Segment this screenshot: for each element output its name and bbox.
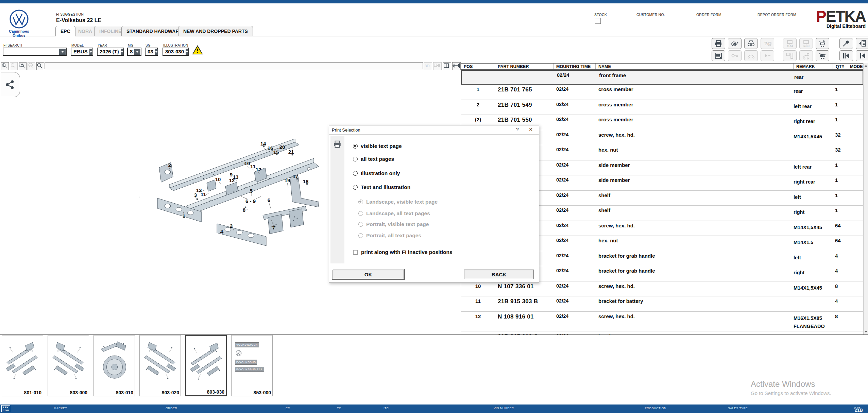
fi-search-input[interactable]: [3, 48, 67, 56]
svg-text:?@: ?@: [764, 41, 771, 46]
thumbnail-sketch: [186, 336, 226, 388]
col-header-remark[interactable]: REMARK: [794, 64, 833, 69]
table-row[interactable]: 12N 108 916 0102/24screw, hex. hd.M16X1.…: [461, 312, 863, 331]
fi-search-dropdown-icon[interactable]: [59, 49, 66, 55]
share-icon: [5, 80, 15, 90]
illustration-zoom-slider[interactable]: [45, 62, 423, 69]
doc-prev-button[interactable]: [856, 38, 868, 49]
exploded-parts-illustration[interactable]: 141620 15212 101112 91310 121311 356 - 9…: [139, 128, 329, 249]
radio-icon[interactable]: [353, 185, 358, 190]
thumbnail-853-000[interactable]: VOLKSWAGENE-VOLKSBUSE-VOLKSBUS 22 L853-0…: [231, 335, 273, 396]
fi-inactive-checkbox-row[interactable]: print along with FI inactive positions: [353, 249, 453, 255]
svg-text:100%: 100%: [29, 64, 33, 66]
thumbnail-803-000[interactable]: 803-000: [48, 335, 89, 396]
printer-icon: [333, 140, 342, 150]
col-header-part-number[interactable]: PART NUMBER: [495, 64, 554, 69]
depot-button: DEPOT: [799, 38, 813, 49]
cell-qty: 1: [833, 160, 847, 175]
zoom-find-button[interactable]: [36, 62, 44, 70]
sg-select[interactable]: 03: [145, 48, 158, 56]
tab-new-and-dropped-parts[interactable]: NEW AND DROPPED PARTS: [178, 26, 253, 36]
col-header-pos[interactable]: POS: [461, 64, 495, 69]
tab-standard-hardware[interactable]: STANDARD HARDWARE: [121, 26, 187, 36]
play-dash-icon: [763, 52, 771, 60]
col-header-qty[interactable]: QTY: [833, 64, 847, 69]
binoculars-button[interactable]: [744, 38, 758, 49]
col-header-name[interactable]: NAME: [596, 64, 794, 69]
pin-button[interactable]: [839, 38, 853, 49]
tab-nora[interactable]: NORA: [73, 26, 97, 36]
zoom-100-button: 100%: [28, 62, 35, 70]
cart-button[interactable]: [816, 50, 829, 61]
table-row[interactable]: 121B 701 76502/24cross memberrear1: [461, 85, 863, 100]
cell-mounting-time: 02/24: [554, 266, 596, 281]
cell-name: bracket for grab handle: [596, 266, 794, 281]
cell-qty: 1: [833, 191, 847, 206]
mg-select[interactable]: 8: [127, 48, 141, 56]
col-header-mounting-time[interactable]: MOUNTING TIME: [554, 64, 596, 69]
radio-icon[interactable]: [353, 157, 358, 161]
dialog-help-button[interactable]: ?: [514, 127, 521, 134]
year-dropdown-icon[interactable]: [121, 49, 123, 55]
table-row[interactable]: 221B 701 54902/24cross memberleft rear1: [461, 100, 863, 115]
svg-text:10: 10: [215, 176, 221, 182]
status-itc: ITC: [384, 407, 389, 410]
print-option-all-text-pages[interactable]: all text pages: [353, 156, 394, 162]
dialog-titlebar[interactable]: Print Selection ? ✕: [329, 125, 539, 135]
thumbnail-803-030[interactable]: 803-030: [185, 335, 227, 396]
split-resize-button[interactable]: [452, 62, 461, 70]
model-dropdown-icon[interactable]: [89, 49, 92, 55]
book-button[interactable]: [443, 62, 451, 70]
thumbnail-801-010[interactable]: 801-010: [2, 335, 43, 396]
thumbnail-803-010[interactable]: 803-010: [93, 335, 135, 396]
table-scrollbar[interactable]: [863, 63, 868, 335]
zoom-area-button[interactable]: [19, 62, 27, 70]
status-bar: LEXCON MARKETORDERECTCITCVIN NUMBERPRODU…: [0, 405, 868, 413]
mg-dropdown-icon[interactable]: [134, 49, 140, 55]
radio-icon[interactable]: [353, 171, 358, 176]
thumbnail-803-020[interactable]: 803-020: [139, 335, 181, 396]
scroll-down-icon[interactable]: [864, 329, 868, 334]
illustration-select[interactable]: 803-030: [163, 48, 189, 56]
catalog-code: 21B: [849, 408, 868, 413]
radio-icon[interactable]: [353, 144, 358, 149]
zoom-out-button: [10, 62, 18, 70]
year-select[interactable]: 2026 (T): [97, 48, 124, 56]
col-header-model[interactable]: MODEL: [847, 64, 863, 69]
ok-button[interactable]: OK: [333, 270, 404, 279]
print-option-illustration-only[interactable]: Illustration only: [353, 170, 400, 176]
print-icon: [714, 39, 722, 48]
thumbnail-code: 803-030: [207, 389, 224, 395]
share-button[interactable]: [1, 72, 20, 97]
parts-list-button[interactable]: [712, 50, 725, 61]
tire-search-button[interactable]: [728, 38, 742, 49]
fi-inactive-checkbox[interactable]: [353, 250, 358, 255]
cart-transfer-button[interactable]: [816, 38, 829, 49]
cell-remark: left rear: [794, 100, 833, 115]
print-option-visible-text-page[interactable]: visible text page: [353, 143, 402, 149]
nav-prev-button[interactable]: [856, 50, 868, 61]
dialog-close-icon[interactable]: ✕: [527, 127, 535, 134]
tab-epc[interactable]: EPC: [55, 26, 75, 36]
model-select[interactable]: EBUS: [71, 48, 93, 56]
sg-dropdown-icon[interactable]: [155, 49, 158, 55]
table-row[interactable]: 10N 107 336 0102/24screw, hex. hd.M14X1,…: [461, 281, 863, 297]
zoom-find-icon: [37, 62, 44, 70]
cell-remark: left: [794, 191, 833, 206]
thumbnail-sketch: [48, 335, 88, 387]
dialog-separator: [329, 265, 539, 265]
cell-mounting-time: 02/24: [554, 130, 596, 145]
scroll-up-icon[interactable]: [864, 63, 868, 68]
zoom-in-button[interactable]: [1, 62, 9, 70]
table-row[interactable]: 1121B 915 303 B02/24bracket for battery4: [461, 296, 863, 312]
grid-dots-icon: [433, 62, 441, 70]
illustration-dropdown-icon[interactable]: [186, 49, 188, 55]
print-option-text-and-illustration[interactable]: Text and illustration: [353, 184, 410, 190]
stock-checkbox[interactable]: [595, 18, 601, 24]
nav-first-button[interactable]: [839, 50, 853, 61]
badge-e-volksbus: E-VOLKSBUS: [235, 360, 257, 365]
back-button[interactable]: BACK: [464, 270, 534, 279]
print-button[interactable]: [712, 38, 725, 49]
table-row[interactable]: 02/24front framerear: [461, 70, 863, 85]
cell-pos: 11: [461, 296, 495, 311]
